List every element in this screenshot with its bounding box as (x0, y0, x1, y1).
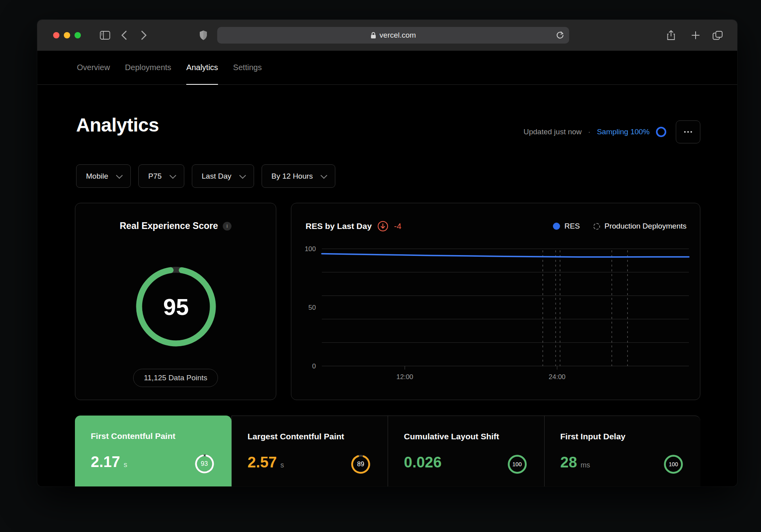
res-chart-card: RES by Last Day -4 RES Production Deploy… (291, 203, 700, 400)
new-tab-icon[interactable] (691, 31, 700, 40)
res-score-gauge: 95 (134, 265, 218, 348)
back-icon[interactable] (121, 31, 127, 40)
traffic-lights (53, 32, 81, 38)
data-points-badge: 11,125 Data Points (133, 369, 218, 387)
close-window-button[interactable] (53, 32, 59, 38)
address-bar[interactable]: vercel.com (217, 27, 569, 44)
meta-separator: · (588, 128, 591, 136)
res-dot-icon (553, 223, 560, 230)
lcp-score-ring: 89 (350, 454, 371, 475)
chevron-down-icon (169, 172, 176, 179)
reload-icon[interactable] (556, 31, 564, 40)
browser-window: vercel.com (37, 20, 737, 486)
more-options-button[interactable] (676, 120, 700, 143)
fcp-unit: s (124, 461, 127, 469)
filter-row: Mobile P75 Last Day By 12 Hours (76, 164, 335, 188)
browser-chrome: vercel.com (37, 20, 737, 51)
deployment-dashed-circle-icon (593, 223, 600, 230)
share-icon[interactable] (667, 30, 675, 40)
tab-deployments[interactable]: Deployments (125, 51, 171, 84)
fid-score-ring: 100 (663, 454, 684, 475)
chevron-down-icon (239, 172, 246, 179)
res-card-title: Real Experience Score (120, 221, 218, 231)
sampling-link[interactable]: Sampling 100% (597, 128, 650, 136)
tab-settings[interactable]: Settings (233, 51, 262, 84)
site-nav: Overview Deployments Analytics Settings (37, 51, 737, 85)
web-vitals-row: First Contentful Paint 2.17 s 93 Largest… (75, 416, 700, 486)
metric-card-fcp[interactable]: First Contentful Paint 2.17 s 93 (75, 416, 231, 486)
svg-text:24:00: 24:00 (549, 373, 566, 381)
cls-value: 0.026 (404, 454, 442, 471)
url-text: vercel.com (380, 31, 416, 40)
interval-filter-dropdown[interactable]: By 12 Hours (262, 164, 336, 188)
fcp-value: 2.17 (91, 454, 120, 471)
fid-value: 28 (560, 454, 577, 471)
page-meta: Updated just now · Sampling 100% (524, 120, 700, 144)
tab-overview-icon[interactable] (713, 31, 723, 40)
cls-score-ring: 100 (507, 454, 528, 475)
page-title: Analytics (76, 114, 159, 136)
zoom-window-button[interactable] (75, 32, 81, 38)
svg-text:100: 100 (305, 245, 316, 253)
sidebar-toggle-icon[interactable] (100, 31, 110, 40)
chart-legend: RES Production Deployments (553, 222, 686, 231)
legend-production-deployments[interactable]: Production Deployments (593, 222, 686, 231)
metric-card-lcp[interactable]: Largest Contentful Paint 2.57 s 89 (231, 416, 388, 486)
svg-text:0: 0 (312, 362, 316, 370)
res-score-card: Real Experience Score i 95 11,125 Data P… (75, 203, 276, 400)
fid-unit: ms (581, 461, 590, 469)
chart-delta: -4 (394, 221, 402, 231)
lcp-value: 2.57 (248, 454, 277, 471)
legend-res[interactable]: RES (553, 222, 580, 231)
percentile-filter-dropdown[interactable]: P75 (138, 164, 184, 188)
shield-icon[interactable] (199, 30, 208, 40)
res-line-chart[interactable]: 10050012:0024:00 (291, 239, 701, 393)
svg-text:50: 50 (308, 304, 316, 311)
res-score-value: 95 (134, 265, 218, 348)
tab-analytics[interactable]: Analytics (186, 51, 218, 84)
updated-status: Updated just now (524, 128, 582, 136)
metric-card-cls[interactable]: Cumulative Layout Shift 0.026 100 (388, 416, 544, 486)
svg-text:12:00: 12:00 (396, 373, 413, 381)
chevron-down-icon (116, 172, 123, 179)
info-icon[interactable]: i (223, 222, 231, 231)
sampling-ring-icon (656, 127, 666, 137)
device-filter-dropdown[interactable]: Mobile (76, 164, 131, 188)
minimize-window-button[interactable] (64, 32, 70, 38)
chart-title: RES by Last Day (306, 221, 372, 231)
timerange-filter-dropdown[interactable]: Last Day (192, 164, 254, 188)
chevron-down-icon (321, 172, 327, 179)
metric-card-fid[interactable]: First Input Delay 28 ms 100 (544, 416, 701, 486)
trend-down-icon (377, 221, 388, 232)
tab-overview[interactable]: Overview (77, 51, 110, 84)
lock-icon (371, 32, 376, 39)
lcp-unit: s (280, 461, 284, 469)
fcp-score-ring: 93 (194, 454, 215, 474)
forward-icon[interactable] (141, 31, 147, 40)
